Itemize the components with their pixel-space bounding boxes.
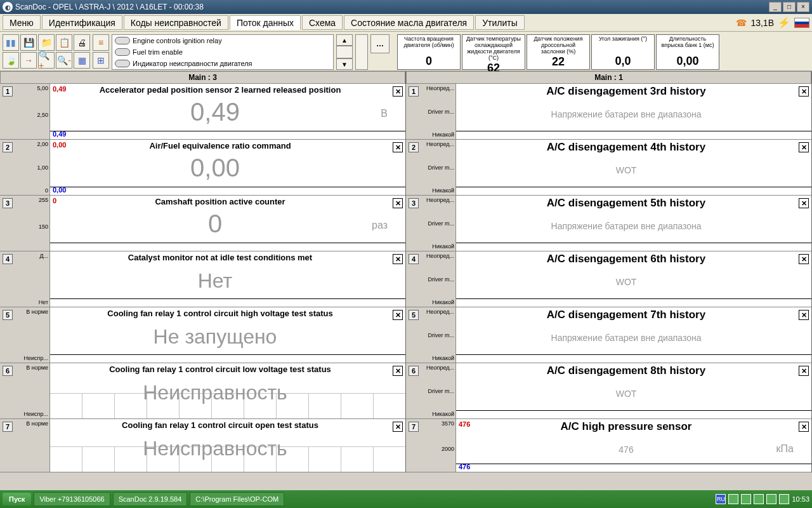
pause-button[interactable]: ▮▮ <box>3 34 19 51</box>
scroll-up-button[interactable]: ▲ <box>336 34 353 46</box>
toggle-icon[interactable] <box>115 37 130 44</box>
gauge-value: 0 <box>426 55 432 68</box>
item-close-button[interactable]: ✕ <box>799 142 809 152</box>
gauge-label: Длительность впрыска банк 1 (мс) <box>658 36 717 49</box>
item-close-button[interactable]: ✕ <box>799 422 809 432</box>
item-close-button[interactable]: ✕ <box>393 142 403 152</box>
more-button[interactable]: … <box>370 34 390 53</box>
mark-bot: 476 <box>459 463 470 471</box>
minimize-button[interactable]: _ <box>769 2 782 12</box>
item-number[interactable]: 2 <box>3 142 13 152</box>
tab-0[interactable]: Меню <box>3 15 41 30</box>
param-row[interactable]: Индикатор неисправности двигателя <box>112 58 333 69</box>
scroll-track[interactable] <box>336 46 353 58</box>
chart-area[interactable]: 476476A/C high pressure sensor476кПа✕ <box>455 419 811 472</box>
save-button[interactable]: 💾 <box>20 34 37 51</box>
tray-icon[interactable] <box>728 494 738 504</box>
close-button[interactable]: × <box>797 2 809 12</box>
toggle-icon[interactable] <box>115 60 130 67</box>
tray-icon[interactable] <box>766 494 776 504</box>
chart-area[interactable]: A/C disengagement 7th historyНапряжение … <box>455 307 811 363</box>
data-item: 6В нормеНеиспр...Cooling fan relay 1 con… <box>0 363 405 419</box>
param-row[interactable]: Fuel trim enable <box>112 46 333 58</box>
item-number[interactable]: 7 <box>409 422 419 432</box>
item-number[interactable]: 6 <box>409 366 419 376</box>
item-close-button[interactable]: ✕ <box>393 254 403 264</box>
param-row[interactable]: Engine controls ignition relay <box>112 35 333 46</box>
tab-5[interactable]: Состояние масла двигателя <box>344 15 474 30</box>
tray-icon[interactable] <box>741 494 751 504</box>
item-number[interactable]: 5 <box>3 310 13 320</box>
item-close-button[interactable]: ✕ <box>393 366 403 376</box>
item-close-button[interactable]: ✕ <box>393 86 403 97</box>
gauge: Угол зажигания (°)0,0 <box>591 34 655 70</box>
item-close-button[interactable]: ✕ <box>393 310 403 320</box>
item-close-button[interactable]: ✕ <box>393 198 403 208</box>
item-number[interactable]: 1 <box>409 86 419 97</box>
chart-area[interactable]: A/C disengagement 4th historyWOT✕ <box>455 140 811 195</box>
item-close-button[interactable]: ✕ <box>799 86 809 97</box>
taskbar-task[interactable]: ScanDoc 2.9.19.584 <box>113 492 188 506</box>
chart-area[interactable]: Cooling fan relay 1 control circuit high… <box>49 307 405 363</box>
start-button[interactable]: Пуск <box>3 493 31 505</box>
data-item: 1Неопред...Driver m...НикакойA/C disenga… <box>406 84 811 140</box>
chart-area[interactable]: A/C disengagement 3rd historyНапряжение … <box>455 84 811 139</box>
tray-lang[interactable]: RU <box>716 494 726 504</box>
taskbar-task[interactable]: Viber +79136105066 <box>34 492 110 506</box>
parameter-list[interactable]: Engine controls ignition relayFuel trim … <box>112 34 334 70</box>
chart-area[interactable]: 0,490,49Accelerator pedal position senso… <box>49 84 405 139</box>
item-number[interactable]: 6 <box>3 366 13 376</box>
chart-area[interactable]: A/C disengagement 8th historyWOT✕ <box>455 363 811 418</box>
tab-3[interactable]: Поток данных <box>230 15 301 30</box>
zoom-in-button[interactable]: 🔍+ <box>38 52 55 69</box>
print-button[interactable]: 🖨 <box>74 34 90 51</box>
arrow-button[interactable]: → <box>20 52 37 69</box>
leaf-button[interactable]: 🍃 <box>3 52 19 69</box>
chart-area[interactable]: Cooling fan relay 1 control circuit open… <box>49 419 405 472</box>
chart-area[interactable]: A/C disengagement 5th historyНапряжение … <box>455 196 811 251</box>
toggle-icon[interactable] <box>115 48 130 56</box>
item-close-button[interactable]: ✕ <box>799 366 809 376</box>
folder-button[interactable]: 📁 <box>38 34 55 51</box>
mark-bot: 0,49 <box>53 130 66 138</box>
item-close-button[interactable]: ✕ <box>393 422 403 432</box>
chart-area[interactable]: 0,000,00Air/Fuel equivalence ratio comma… <box>49 140 405 195</box>
apps-button[interactable]: ⊞ <box>93 52 109 69</box>
tab-4[interactable]: Схема <box>302 15 343 30</box>
chart-area[interactable]: Catalyst monitor not at idle test condit… <box>49 251 405 307</box>
item-number[interactable]: 1 <box>3 86 13 97</box>
item-subvalue: WOT <box>456 165 796 175</box>
item-number[interactable]: 5 <box>409 310 419 320</box>
item-number[interactable]: 2 <box>409 142 419 152</box>
grid-button[interactable]: ▦ <box>74 52 90 69</box>
tray-icon[interactable] <box>779 494 789 504</box>
y-axis: 1Неопред...Driver m...Никакой <box>406 84 455 139</box>
item-close-button[interactable]: ✕ <box>799 310 809 320</box>
item-number[interactable]: 4 <box>409 254 419 264</box>
list-button[interactable]: ≡ <box>93 34 109 51</box>
scroll-down-button[interactable]: ▼ <box>336 58 353 70</box>
titlebar: ◐ ScanDoc - OPEL \ ASTRA-J \ 2012 \ A16L… <box>0 0 812 14</box>
item-close-button[interactable]: ✕ <box>799 198 809 208</box>
flag-ru-icon[interactable] <box>794 18 809 28</box>
gauge-label: Частота вращения двигателя (об/мин) <box>399 36 459 49</box>
tray-icon[interactable] <box>754 494 764 504</box>
item-number[interactable]: 3 <box>409 198 419 208</box>
chart-area[interactable]: Cooling fan relay 1 control circuit low … <box>49 363 405 418</box>
item-number[interactable]: 7 <box>3 422 13 432</box>
tab-6[interactable]: Утилиты <box>475 15 525 30</box>
item-close-button[interactable]: ✕ <box>799 254 809 264</box>
taskbar-task[interactable]: C:\Program Files\OP-COM <box>190 492 284 506</box>
param-row[interactable]: Клапан продувки адсорбера <box>112 69 333 70</box>
item-number[interactable]: 3 <box>3 198 13 208</box>
copy-button[interactable]: 📋 <box>56 34 72 51</box>
zoom-out-button[interactable]: 🔍- <box>56 52 72 69</box>
tab-2[interactable]: Коды неисправностей <box>124 15 228 30</box>
data-item: 4Неопред...Driver m...НикакойA/C disenga… <box>406 251 811 307</box>
data-item: 4Д...НетCatalyst monitor not at idle tes… <box>0 251 405 307</box>
item-number[interactable]: 4 <box>3 254 13 264</box>
maximize-button[interactable]: □ <box>783 2 796 12</box>
chart-area[interactable]: A/C disengagement 6th historyWOT✕ <box>455 251 811 307</box>
tab-1[interactable]: Идентификация <box>42 15 122 30</box>
chart-area[interactable]: 0Camshaft position active counter0раз✕ <box>49 196 405 251</box>
